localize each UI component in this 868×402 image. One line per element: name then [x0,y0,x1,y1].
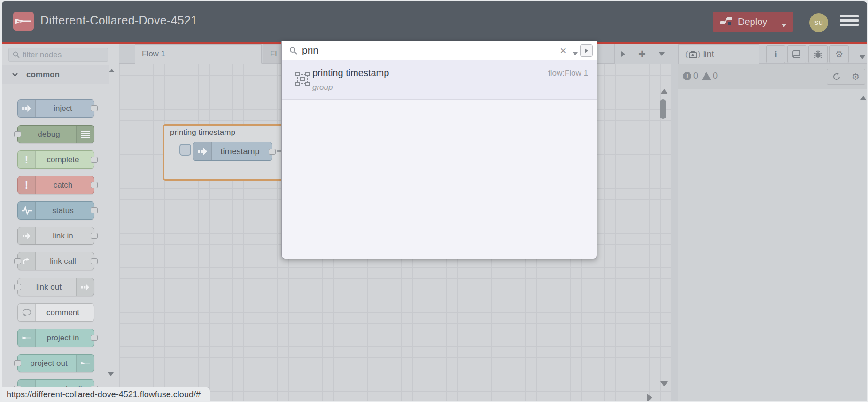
browser-status-url: https://different-collared-dove-4521.flo… [2,387,210,402]
config-nodes-sidebar-button[interactable]: ⚙ [829,45,849,63]
sidebar-tab-bar: ( ) lint i [678,44,868,64]
lint-refresh-button[interactable] [827,69,846,84]
palette-node-label: project out [22,355,76,372]
debug-lines-icon [76,126,94,143]
search-icon [289,47,297,55]
inject-arrow-icon [18,100,36,117]
deploy-label: Deploy [738,16,767,27]
lint-medkit-icon [689,51,697,58]
lint-actions: ⚙ [827,69,865,85]
sidebar-scroll-up-icon[interactable] [860,96,866,100]
flow-list-caret-icon[interactable] [659,52,665,56]
right-port [91,233,98,239]
deploy-button[interactable]: Deploy [713,12,793,32]
tab-lint[interactable]: ( ) lint [678,44,759,64]
palette-node-comment[interactable]: comment [17,303,94,322]
debug-sidebar-button[interactable] [808,45,828,63]
lint-issue-counts: ! 0 0 [683,71,718,81]
search-expand-button[interactable] [580,44,593,57]
palette-node-label: inject [36,100,90,117]
palette-node-label: catch [36,176,90,194]
left-port [14,284,21,290]
right-port [91,105,98,111]
inject-node[interactable]: timestamp [193,142,272,161]
node-palette: common inject debug ! complete ! catch s… [2,44,119,402]
exclamation-icon: ! [18,176,36,194]
sidebar-splitter[interactable] [671,44,678,402]
palette-node-label: comment [36,304,90,321]
search-input[interactable] [302,45,527,56]
refresh-icon [832,72,841,81]
group-label: printing timestamp [170,128,235,137]
palette-node-label: debug [22,126,76,143]
comment-bubble-icon [18,304,36,321]
flowfuse-logo-icon [13,12,34,31]
search-results-list: printing timestamp group flow:Flow 1 [282,60,597,259]
palette-node-link-in[interactable]: link in [17,227,94,245]
search-icon [13,51,20,58]
tab-scroll-right-icon[interactable] [621,51,625,57]
info-sidebar-button[interactable]: i [766,45,785,63]
flowfuse-mini-icon [76,355,94,372]
clear-search-icon[interactable]: ✕ [560,46,566,56]
workspace-toolbar: + [614,44,671,64]
right-port [91,182,98,188]
gear-icon: ⚙ [852,71,860,82]
palette-node-label: project in [36,329,90,347]
lint-settings-button[interactable]: ⚙ [846,69,865,84]
help-sidebar-button[interactable] [787,45,806,63]
search-result-item[interactable]: printing timestamp group flow:Flow 1 [282,60,597,100]
palette-node-catch[interactable]: ! catch [17,176,94,194]
inject-arrow-icon [193,142,212,160]
instance-title: Different-Collared-Dove-4521 [40,14,198,27]
palette-filter-box[interactable] [8,48,108,62]
main-menu-icon[interactable] [840,15,859,29]
gear-icon: ⚙ [835,49,843,59]
canvas-scroll-up-icon[interactable] [660,89,668,94]
tab-flow-1-label: Flow 1 [142,49,165,58]
palette-scroll-up-icon[interactable] [109,69,115,72]
sidebar-menu-caret-icon[interactable] [860,53,865,61]
deploy-options-caret-icon[interactable] [781,21,787,29]
search-result-flow: flow:Flow 1 [548,69,588,78]
canvas-scroll-down-icon[interactable] [660,381,668,386]
exclamation-icon: ! [18,151,36,168]
tab-flow-1[interactable]: Flow 1 [135,44,262,64]
palette-node-label: link out [22,278,76,296]
tab-flow-2-label: Fl [270,49,277,58]
search-result-title: printing timestamp [312,68,389,79]
palette-node-label: status [36,202,90,219]
palette-node-project-out[interactable]: project out [17,354,94,372]
palette-node-debug[interactable]: debug [17,125,94,143]
left-port [14,131,21,137]
palette-scroll-down-icon[interactable] [108,372,114,376]
palette-node-link-call[interactable]: link call [17,252,94,270]
search-options-caret-icon[interactable] [573,49,578,57]
link-arrow-icon [76,278,94,296]
inject-trigger-button[interactable] [179,144,191,156]
canvas-vertical-scrollbar[interactable] [660,99,666,119]
inject-node-label: timestamp [212,142,268,160]
link-arrow-icon [18,227,36,244]
add-flow-button[interactable]: + [638,49,646,59]
flowfuse-mini-icon [18,329,36,347]
canvas-scroll-right-icon[interactable] [647,394,652,402]
right-port [91,258,98,264]
inject-output-port[interactable] [269,149,276,155]
lint-warning-count: 0 [713,71,718,81]
palette-node-label: link in [36,227,90,244]
right-sidebar: ( ) lint i [678,44,868,402]
user-avatar[interactable]: su [809,13,828,32]
lint-toolbar: ! 0 0 ⚙ [678,64,868,89]
palette-filter-input[interactable] [23,50,98,60]
palette-node-label: complete [36,151,90,168]
palette-node-status[interactable]: status [17,201,94,220]
palette-node-link-out[interactable]: link out [17,278,94,296]
palette-node-complete[interactable]: ! complete [17,150,94,169]
status-pulse-icon [18,202,36,219]
palette-node-project-in[interactable]: project in [17,329,94,347]
search-dialog: ✕ printing [281,41,597,259]
palette-node-inject[interactable]: inject [17,99,94,118]
palette-category-common[interactable]: common [2,65,109,84]
group-icon [295,71,310,88]
